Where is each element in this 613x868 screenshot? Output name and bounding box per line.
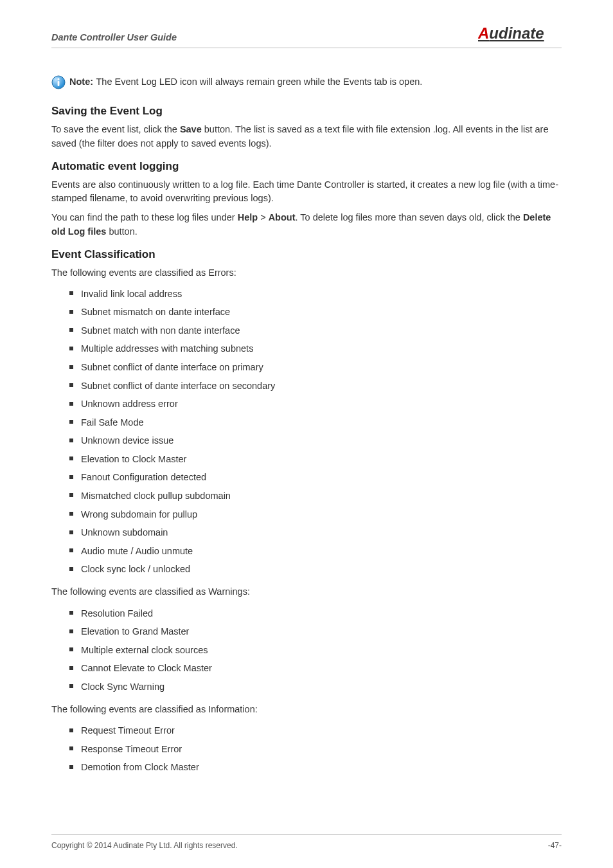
footer-rule	[51, 834, 562, 835]
list-item: Mismatched clock pullup subdomain	[81, 487, 562, 505]
paragraph-automatic-2: You can find the path to these log files…	[51, 211, 562, 239]
note-callout: Note: The Event Log LED icon will always…	[51, 75, 562, 89]
audinate-logo: Audinate	[478, 24, 562, 42]
list-item: Subnet conflict of dante interface on pr…	[81, 359, 562, 377]
paragraph-automatic-1: Events are also continuously written to …	[51, 178, 562, 206]
paragraph-saving: To save the event list, click the Save b…	[51, 123, 562, 151]
svg-rect-3	[58, 81, 60, 86]
heading-saving-event-log: Saving the Event Log	[51, 105, 562, 118]
errors-list: Invalid link local addressSubnet mismatc…	[51, 285, 562, 579]
list-item: Unknown subdomain	[81, 524, 562, 543]
text-fragment: To save the event list, click the	[51, 124, 180, 134]
header-rule	[51, 48, 562, 48]
svg-point-2	[57, 78, 59, 80]
copyright-text: Copyright © 2014 Audinate Pty Ltd. All r…	[51, 841, 238, 850]
info-intro: The following events are classified as I…	[51, 703, 562, 717]
list-item: Fanout Configuration detected	[81, 469, 562, 487]
list-item: Response Timeout Error	[81, 740, 562, 759]
list-item: Wrong subdomain for pullup	[81, 505, 562, 524]
list-item: Subnet match with non dante interface	[81, 321, 562, 340]
list-item: Invalid link local address	[81, 285, 562, 303]
menu-about-ref: About	[269, 212, 296, 222]
list-item: Unknown device issue	[81, 432, 562, 451]
list-item: Unknown address error	[81, 395, 562, 414]
info-list: Request Timeout ErrorResponse Timeout Er…	[51, 722, 562, 777]
note-text: The Event Log LED icon will always remai…	[96, 77, 423, 87]
list-item: Resolution Failed	[81, 604, 562, 623]
list-item: Request Timeout Error	[81, 722, 562, 741]
list-item: Fail Safe Mode	[81, 413, 562, 432]
text-fragment: >	[258, 212, 269, 222]
list-item: Multiple external clock sources	[81, 641, 562, 660]
save-button-label-ref: Save	[180, 124, 202, 134]
list-item: Elevation to Clock Master	[81, 450, 562, 469]
list-item: Cannot Elevate to Clock Master	[81, 660, 562, 678]
heading-automatic-logging: Automatic event logging	[51, 160, 562, 173]
page-footer: Copyright © 2014 Audinate Pty Ltd. All r…	[51, 834, 562, 850]
list-item: Clock Sync Warning	[81, 678, 562, 696]
heading-event-classification: Event Classification	[51, 248, 562, 261]
info-icon	[51, 75, 66, 89]
guide-title: Dante Controller User Guide	[51, 32, 177, 42]
list-item: Elevation to Grand Master	[81, 623, 562, 642]
list-item: Multiple addresses with matching subnets	[81, 340, 562, 359]
list-item: Subnet conflict of dante interface on se…	[81, 377, 562, 395]
text-fragment: . To delete log files more than seven da…	[296, 212, 523, 222]
warnings-list: Resolution FailedElevation to Grand Mast…	[51, 604, 562, 696]
text-fragment: You can find the path to these log files…	[51, 212, 238, 222]
menu-help-ref: Help	[238, 212, 258, 222]
text-fragment: button.	[106, 226, 137, 237]
warnings-intro: The following events are classified as W…	[51, 585, 562, 599]
list-item: Clock sync lock / unlocked	[81, 561, 562, 579]
list-item: Subnet mismatch on dante interface	[81, 303, 562, 322]
errors-intro: The following events are classified as E…	[51, 266, 562, 280]
page-header: Dante Controller User Guide Audinate	[51, 24, 562, 48]
list-item: Audio mute / Audio unmute	[81, 542, 562, 561]
svg-text:Audinate: Audinate	[478, 24, 544, 42]
page-number: -47-	[548, 841, 562, 850]
note-label: Note:	[69, 77, 93, 87]
list-item: Demotion from Clock Master	[81, 759, 562, 777]
